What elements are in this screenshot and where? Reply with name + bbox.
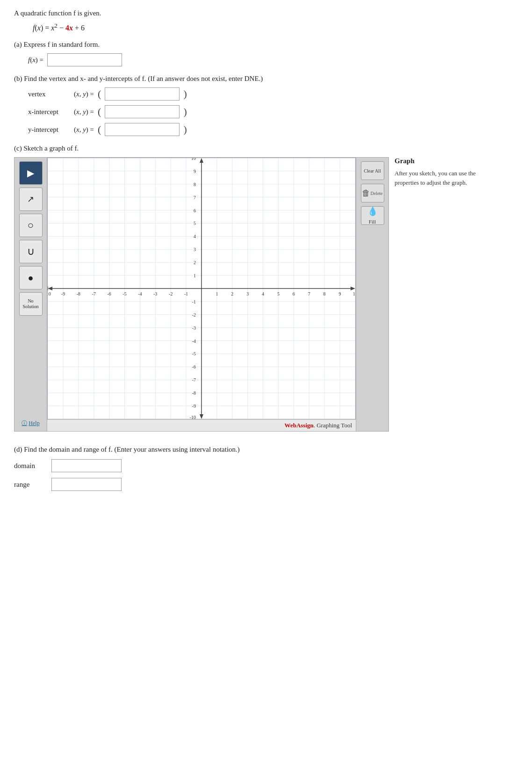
graph-description-panel: Graph After you sketch, you can use the … [389,157,482,432]
help-link[interactable]: ⓘ Help [22,419,39,427]
footer-suffix: . Graphing Tool [314,422,352,429]
svg-text:2: 2 [194,260,196,266]
graph-title: Graph [395,157,482,165]
svg-text:-9: -9 [192,404,196,409]
x-intercept-label: x-intercept [28,108,70,116]
y-intercept-label: y-intercept [28,126,70,134]
svg-text:-8: -8 [192,391,196,396]
vertex-close-paren: ) [183,88,187,100]
svg-text:1: 1 [216,291,218,296]
svg-text:2: 2 [231,291,233,296]
parabola-tool[interactable]: ∪ [19,240,43,263]
svg-text:-2: -2 [192,312,196,317]
svg-text:-7: -7 [192,378,196,383]
svg-text:3: 3 [194,247,196,252]
part-a-row: f(x) = [28,53,518,66]
svg-marker-44 [351,287,355,290]
svg-text:1: 1 [194,273,196,278]
parabola-icon: ∪ [27,245,35,258]
svg-text:-5: -5 [192,352,196,357]
svg-text:10: 10 [353,291,356,296]
svg-text:-10: -10 [190,415,196,419]
svg-text:-10: -10 [47,291,51,296]
graph-footer: WebAssign. Graphing Tool [47,419,356,431]
part-c-label: (c) Sketch a graph of f. [14,144,518,152]
domain-row: domain [14,459,518,472]
x-intercept-close-paren: ) [183,106,187,118]
svg-text:-2: -2 [169,291,173,296]
svg-marker-47 [200,158,203,163]
vertex-xy-label: (x, y) = [74,90,94,98]
svg-text:-3: -3 [192,325,196,331]
svg-text:-3: -3 [153,291,157,296]
fill-button[interactable]: 💧 Fill [361,206,384,225]
delete-label: Delete [370,190,382,196]
y-intercept-input[interactable] [105,123,180,136]
y-intercept-open-paren: ( [98,123,101,136]
point-icon: ● [28,273,33,283]
y-intercept-row: y-intercept (x, y) = ( ) [28,123,518,136]
y-intercept-xy-label: (x, y) = [74,126,94,134]
graph-toolbar: ▶ ↗ ○ ∪ ● NoSolution ⓘ Help [14,157,47,432]
clear-all-button[interactable]: Clear All [361,161,384,180]
x-intercept-input[interactable] [105,105,180,118]
domain-label: domain [14,462,47,470]
svg-text:4: 4 [194,234,196,239]
part-a-label: (a) Express f in standard form. [14,41,518,49]
svg-marker-45 [48,287,52,290]
vertex-open-paren: ( [98,88,101,100]
part-b-label: (b) Find the vertex and x- and y-interce… [14,75,518,83]
point-tool[interactable]: ● [19,266,43,289]
svg-text:8: 8 [324,291,326,296]
svg-text:5: 5 [277,291,280,296]
svg-text:-9: -9 [61,291,65,296]
svg-marker-48 [200,414,203,419]
part-a-input[interactable] [47,53,122,66]
svg-text:-4: -4 [192,339,196,344]
trash-icon: 🗑 [362,188,370,199]
vertex-input[interactable] [105,87,180,101]
vertex-row: vertex (x, y) = ( ) [28,87,518,101]
circle-icon: ○ [28,219,34,231]
svg-text:3: 3 [246,291,249,296]
graph-right-panel: Clear All 🗑 Delete 💧 Fill [356,157,389,432]
webassign-brand: WebAssign [285,422,314,429]
graph-area-wrapper: -10 -9 -8 -7 -6 -5 -4 -3 -2 -1 1 2 3 [47,157,356,432]
svg-text:4: 4 [262,291,264,296]
svg-text:-1: -1 [184,291,188,296]
fill-icon: 💧 [367,206,378,217]
graph-outer: ▶ ↗ ○ ∪ ● NoSolution ⓘ Help [14,157,518,432]
help-icon: ⓘ [22,419,27,427]
cursor-tool[interactable]: ▶ [19,161,43,185]
arrow-tool[interactable]: ↗ [19,187,43,211]
part-d-section: (d) Find the domain and range of f. (Ent… [14,446,518,491]
svg-text:5: 5 [194,221,196,226]
circle-tool[interactable]: ○ [19,214,43,237]
graph-svg[interactable]: -10 -9 -8 -7 -6 -5 -4 -3 -2 -1 1 2 3 [47,158,356,419]
y-intercept-close-paren: ) [183,123,187,136]
range-label: range [14,481,47,489]
svg-text:6: 6 [194,208,196,213]
svg-text:9: 9 [338,291,341,296]
graph-description: After you sketch, you can use the proper… [395,169,482,187]
fill-label: Fill [369,218,376,225]
domain-input[interactable] [51,459,122,472]
svg-text:10: 10 [191,158,196,161]
vertex-label: vertex [28,90,70,98]
svg-text:-6: -6 [192,365,196,370]
svg-text:8: 8 [194,182,196,187]
svg-text:-7: -7 [92,291,96,296]
part-d-label: (d) Find the domain and range of f. (Ent… [14,446,518,454]
range-input[interactable] [51,478,122,491]
no-solution-label: NoSolution [23,298,39,310]
x-intercept-row: x-intercept (x, y) = ( ) [28,105,518,118]
formula: f(x) = x2 − 4x + 6 [33,22,518,32]
delete-button[interactable]: 🗑 Delete [361,184,384,202]
range-row: range [14,478,518,491]
fx-label: f(x) = [28,56,43,64]
svg-text:7: 7 [194,195,196,200]
svg-text:-1: -1 [192,299,196,304]
svg-text:-8: -8 [77,291,80,296]
no-solution-button[interactable]: NoSolution [19,292,43,316]
svg-text:-5: -5 [122,291,126,296]
